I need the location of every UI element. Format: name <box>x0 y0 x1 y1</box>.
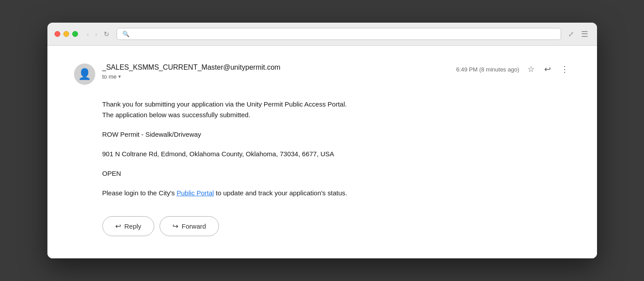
nav-buttons: ‹ › ↻ <box>85 30 111 38</box>
portal-text-before: Please login to the City's <box>102 189 177 197</box>
forward-icon: ↪ <box>172 222 178 230</box>
address-bar[interactable]: 🔍 <box>117 28 561 40</box>
recipient-row: to me ▾ <box>102 73 449 80</box>
reply-header-button[interactable]: ↩ <box>543 63 553 75</box>
forward-button[interactable]: ↪ Forward <box>160 216 219 236</box>
refresh-button[interactable]: ↻ <box>102 30 111 38</box>
email-time-area: 6:49 PM (8 minutes ago) ☆ ↩ ⋮ <box>456 63 570 75</box>
person-icon: 👤 <box>78 68 91 80</box>
back-button[interactable]: ‹ <box>85 30 91 38</box>
email-body: Thank you for submitting your applicatio… <box>102 99 570 198</box>
permit-type: ROW Permit - Sidewalk/Driveway <box>102 129 570 140</box>
browser-window: ‹ › ↻ 🔍 ⤢ ☰ 👤 _SALES_KSMMS_CURRENT_Maste… <box>47 23 597 258</box>
forward-label: Forward <box>182 222 206 230</box>
minimize-button[interactable] <box>63 31 69 37</box>
reply-button[interactable]: ↩ Reply <box>102 216 154 236</box>
avatar: 👤 <box>74 63 95 85</box>
window-controls: ⤢ ☰ <box>566 28 590 40</box>
dropdown-arrow-icon[interactable]: ▾ <box>118 74 121 79</box>
portal-paragraph: Please login to the City's Public Portal… <box>102 188 570 198</box>
timestamp: 6:49 PM (8 minutes ago) <box>456 66 519 73</box>
email-actions: ↩ Reply ↪ Forward <box>102 216 570 236</box>
menu-button[interactable]: ☰ <box>579 28 590 40</box>
star-button[interactable]: ☆ <box>526 63 536 75</box>
address: 901 N Coltrane Rd, Edmond, Oklahoma Coun… <box>102 149 570 159</box>
forward-button[interactable]: › <box>94 30 99 38</box>
title-bar: ‹ › ↻ 🔍 ⤢ ☰ <box>47 23 597 46</box>
maximize-button[interactable] <box>72 31 78 37</box>
intro-line1: Thank you for submitting your applicatio… <box>102 100 347 108</box>
search-icon: 🔍 <box>122 31 129 37</box>
reply-icon: ↩ <box>115 222 121 230</box>
portal-text-after: to update and track your application's s… <box>214 189 347 197</box>
expand-button[interactable]: ⤢ <box>566 29 576 39</box>
traffic-lights <box>55 31 78 37</box>
email-container: 👤 _SALES_KSMMS_CURRENT_Master@unitypermi… <box>47 46 597 258</box>
public-portal-link[interactable]: Public Portal <box>176 189 214 197</box>
status: OPEN <box>102 168 570 179</box>
email-header: 👤 _SALES_KSMMS_CURRENT_Master@unitypermi… <box>74 63 570 85</box>
intro-paragraph: Thank you for submitting your applicatio… <box>102 99 570 120</box>
intro-line2: The application below was successfully s… <box>102 111 250 119</box>
email-meta: _SALES_KSMMS_CURRENT_Master@unitypermit.… <box>102 63 449 80</box>
sender-email: _SALES_KSMMS_CURRENT_Master@unitypermit.… <box>102 63 449 71</box>
recipient-label: to me <box>102 73 117 80</box>
close-button[interactable] <box>55 31 60 37</box>
more-options-button[interactable]: ⋮ <box>559 63 570 75</box>
reply-label: Reply <box>125 222 141 230</box>
